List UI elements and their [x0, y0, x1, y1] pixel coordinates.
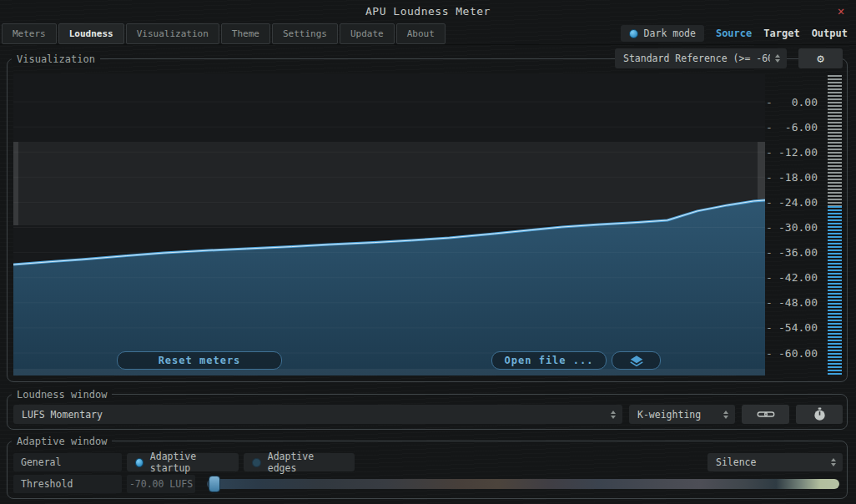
layers-icon — [628, 355, 645, 367]
tab-bar-right: Dark mode SourceTargetOutput — [621, 25, 856, 42]
app-window: APU Loudness Meter ✕ MetersLoudnessVisua… — [0, 0, 856, 504]
adaptive-startup-label: Adaptive startup — [150, 451, 230, 474]
tick-mark: - — [766, 347, 778, 360]
spinner-arrows-icon — [723, 411, 728, 419]
y-axis-label: -0.00 — [766, 95, 821, 108]
loudness-window-label: Loudness window — [12, 389, 112, 401]
tab-bar: MetersLoudnessVisualizationThemeSettings… — [0, 23, 856, 45]
threshold-label: Threshold — [13, 475, 122, 493]
loudness-mode-select[interactable]: LUFS Momentary — [13, 405, 622, 424]
title-bar: APU Loudness Meter ✕ — [0, 0, 856, 23]
layers-button[interactable] — [612, 351, 661, 370]
y-axis-label: --12.00 — [766, 145, 821, 159]
tab-meters[interactable]: Meters — [2, 23, 57, 44]
view-button-source[interactable]: Source — [716, 28, 752, 39]
visualization-panel-label: Visualization — [12, 53, 100, 65]
loudness-area-fill — [13, 200, 765, 375]
tick-mark: - — [766, 296, 778, 309]
general-label: General — [13, 453, 122, 471]
spinner-arrows-icon — [611, 411, 616, 419]
adaptive-edges-indicator-icon — [252, 458, 261, 467]
tick-mark: - — [766, 146, 778, 159]
loudness-chart[interactable] — [13, 73, 765, 375]
reset-meters-button[interactable]: Reset meters — [117, 351, 282, 370]
threshold-slider[interactable] — [207, 476, 839, 492]
tab-theme[interactable]: Theme — [221, 23, 270, 44]
weighting-select[interactable]: K-weighting — [629, 405, 735, 424]
y-axis-label: --42.00 — [766, 271, 821, 285]
y-axis-label: --36.00 — [766, 246, 821, 260]
timer-button[interactable] — [796, 405, 843, 424]
tab-visualization[interactable]: Visualization — [126, 23, 219, 44]
spinner-arrows-icon — [775, 54, 780, 63]
tick-mark: - — [766, 246, 778, 259]
view-button-output[interactable]: Output — [812, 28, 848, 39]
loudness-curve — [13, 73, 765, 375]
tick-mark: - — [766, 171, 778, 184]
adaptive-edges-label: Adaptive edges — [268, 451, 346, 474]
adaptive-startup-indicator-icon — [135, 458, 144, 467]
meter-gray — [828, 75, 842, 206]
link-icon — [757, 410, 775, 419]
y-axis-label: --48.00 — [766, 296, 821, 310]
stopwatch-icon — [813, 407, 826, 421]
y-axis: -0.00--6.00--12.00--18.00--24.00--30.00-… — [766, 73, 821, 375]
adaptive-window-label: Adaptive window — [12, 436, 112, 447]
reference-select[interactable]: Standard Reference (>= -60) — [615, 48, 787, 68]
threshold-slider-handle[interactable] — [209, 476, 220, 492]
y-axis-label: --18.00 — [766, 170, 821, 184]
y-axis-label: --60.00 — [766, 346, 821, 360]
open-file-button[interactable]: Open file ... — [491, 351, 607, 370]
meter-blue — [828, 206, 842, 376]
tab-loudness[interactable]: Loudness — [58, 23, 124, 44]
settings-gear-button[interactable]: ⚙ — [798, 48, 843, 68]
chart-scrollbar[interactable] — [13, 369, 765, 375]
view-button-target[interactable]: Target — [763, 28, 799, 39]
threshold-slider-track[interactable] — [207, 479, 839, 489]
y-axis-label: --6.00 — [766, 120, 821, 134]
tab-about[interactable]: About — [396, 23, 446, 44]
tick-mark: - — [766, 271, 778, 284]
tab-settings[interactable]: Settings — [272, 23, 338, 44]
tick-mark: - — [766, 221, 778, 234]
adaptive-edges-toggle[interactable]: Adaptive edges — [244, 453, 355, 471]
tick-mark: - — [766, 121, 778, 134]
dark-mode-label: Dark mode — [644, 28, 696, 39]
spinner-arrows-icon — [831, 458, 836, 466]
y-axis-label: --24.00 — [766, 195, 821, 209]
threshold-value: -70.00 LUFS — [127, 475, 195, 493]
adaptive-startup-toggle[interactable]: Adaptive startup — [127, 453, 239, 471]
gear-icon: ⚙ — [817, 52, 823, 65]
tick-mark: - — [766, 321, 778, 334]
link-button[interactable] — [742, 405, 789, 424]
window-title: APU Loudness Meter — [365, 5, 491, 18]
dark-mode-indicator-icon — [629, 29, 638, 38]
tick-mark: - — [766, 196, 778, 209]
dark-mode-toggle[interactable]: Dark mode — [621, 25, 704, 42]
y-axis-label: --30.00 — [766, 221, 821, 234]
y-axis-label: --54.00 — [766, 321, 821, 335]
silence-select[interactable]: Silence — [707, 453, 843, 471]
close-icon[interactable]: ✕ — [833, 3, 848, 18]
level-meter — [828, 75, 842, 376]
tick-mark: - — [766, 96, 778, 108]
tab-update[interactable]: Update — [340, 23, 395, 44]
